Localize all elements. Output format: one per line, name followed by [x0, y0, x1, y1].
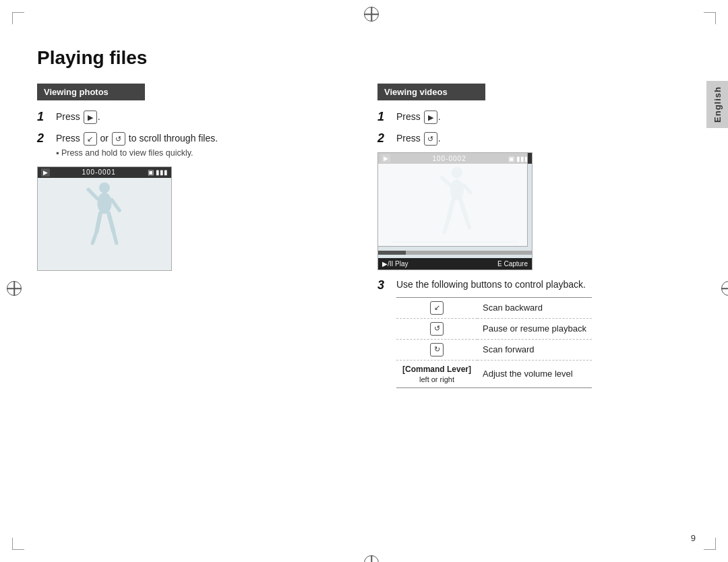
svg-line-3 — [112, 199, 120, 210]
photo-step-1-content: Press ▶. — [56, 110, 100, 124]
scan-fwd-icon: ↻ — [430, 343, 444, 356]
page-title: Playing files — [37, 47, 691, 69]
photo-preview-topbar: ▶ 100-0001 ▣ ▮▮▮ — [38, 167, 171, 178]
photo-step-1-num: 1 — [37, 110, 52, 125]
video-preview: ▶ 100-0002 ▣ ▮▮▮ — [377, 152, 533, 270]
svg-line-7 — [113, 231, 116, 243]
corner-mark-tl — [12, 12, 24, 24]
control-row-volume: [Command Lever] left or right Adjust the… — [396, 360, 592, 387]
video-play-label: ▶/II Play — [382, 260, 408, 268]
video-step-1: 1 Press ▶. — [377, 110, 691, 125]
video-progress-bar — [378, 251, 532, 255]
english-tab: English — [706, 81, 728, 128]
control-icon-scan-back: ↙ — [396, 297, 477, 318]
svg-point-1 — [97, 192, 111, 214]
main-content: Playing files Viewing photos 1 Press ▶. … — [37, 27, 691, 535]
video-step-1-num: 1 — [377, 110, 392, 125]
control-row-pause: ↺ Pause or resume playback — [396, 318, 592, 339]
control-row-scan-fwd: ↻ Scan forward — [396, 339, 592, 360]
english-tab-label: English — [712, 86, 723, 123]
photo-step-2: 2 Press ↙ or ↺ to scroll through files. … — [37, 131, 351, 160]
pause-icon: ↺ — [430, 322, 444, 336]
control-desc-pause: Pause or resume playback — [477, 318, 592, 339]
play-icon-step1: ▶ — [84, 111, 97, 124]
video-step-3-num: 3 — [377, 278, 392, 293]
right-column: Viewing videos 1 Press ▶. 2 Press ↺. ▶ 1 — [377, 84, 691, 395]
photo-silhouette — [81, 181, 128, 258]
video-step-3: 3 Use the following buttons to control p… — [377, 278, 691, 388]
play-mode-icon-small: ▶ — [41, 168, 50, 177]
photo-status-icons: ▣ ▮▮▮ — [148, 168, 168, 176]
command-lever-label: [Command Lever] — [402, 365, 471, 374]
dial-icon-vstep2: ↺ — [424, 132, 437, 146]
svg-line-2 — [88, 189, 97, 198]
svg-point-0 — [99, 182, 110, 193]
viewing-videos-header: Viewing videos — [377, 84, 485, 100]
photo-step-2-note: ▪ Press and hold to view files quickly. — [56, 147, 218, 160]
control-desc-volume: Adjust the volume level — [477, 360, 592, 387]
command-lever-direction: left or right — [419, 375, 454, 383]
video-step-3-content: Use the following buttons to control pla… — [396, 278, 592, 388]
photo-step-2-content: Press ↙ or ↺ to scroll through files. ▪ … — [56, 131, 218, 160]
scan-back-icon: ↙ — [430, 301, 444, 315]
video-progress-fill — [378, 251, 406, 255]
corner-mark-tr — [704, 12, 716, 24]
video-timer: 00:00:16 — [377, 152, 528, 247]
photo-file-id: 100-0001 — [82, 168, 115, 176]
scroll-left-icon: ↙ — [84, 132, 97, 146]
svg-line-6 — [109, 213, 113, 231]
left-column: Viewing photos 1 Press ▶. 2 Press ↙ or ↺… — [37, 84, 351, 395]
video-bottom-bar: ▶/II Play E Capture — [378, 258, 532, 270]
control-icon-scan-fwd: ↻ — [396, 339, 477, 360]
control-label-volume: [Command Lever] left or right — [396, 360, 477, 387]
photo-step-2-num: 2 — [37, 131, 52, 146]
svg-line-5 — [92, 231, 96, 243]
scroll-dial-icon: ↺ — [112, 132, 125, 146]
control-row-scan-back: ↙ Scan backward — [396, 297, 592, 318]
svg-line-4 — [97, 213, 100, 231]
photo-preview: ▶ 100-0001 ▣ ▮▮▮ — [37, 166, 172, 271]
corner-mark-bl — [12, 538, 24, 550]
video-capture-label: E Capture — [497, 260, 528, 268]
step3-instruction: Use the following buttons to control pla… — [396, 278, 592, 292]
video-step-2-num: 2 — [377, 131, 392, 146]
page-number: 9 — [691, 533, 696, 543]
viewing-photos-header: Viewing photos — [37, 84, 145, 100]
corner-mark-br — [704, 538, 716, 550]
video-step-2-content: Press ↺. — [396, 131, 441, 146]
photo-step-1: 1 Press ▶. — [37, 110, 351, 125]
two-column-layout: Viewing photos 1 Press ▶. 2 Press ↙ or ↺… — [37, 84, 691, 395]
video-step-2: 2 Press ↺. — [377, 131, 691, 146]
control-desc-scan-fwd: Scan forward — [477, 339, 592, 360]
video-step-1-content: Press ▶. — [396, 110, 441, 124]
control-icon-pause: ↺ — [396, 318, 477, 339]
control-table: ↙ Scan backward ↺ Pause or resume playba… — [396, 297, 592, 388]
play-icon-vstep1: ▶ — [424, 111, 437, 124]
control-desc-scan-back: Scan backward — [477, 297, 592, 318]
